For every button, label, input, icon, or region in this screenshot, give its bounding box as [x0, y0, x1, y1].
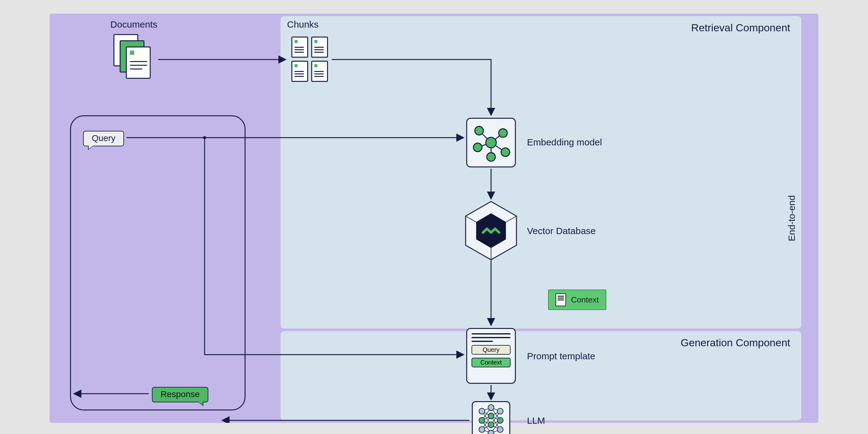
prompt-template-node: Query Context: [466, 328, 516, 384]
svg-point-5: [486, 137, 496, 148]
context-doc-icon: [556, 293, 566, 306]
response-bubble-label: Response: [161, 390, 199, 399]
embedding-model-node: [466, 118, 516, 167]
chunks-icon: [291, 37, 328, 82]
response-bubble: Response: [152, 387, 208, 402]
svg-point-45: [497, 427, 503, 432]
svg-point-6: [475, 126, 484, 135]
generation-panel-title: Generation Component: [681, 337, 790, 349]
svg-point-36: [479, 408, 485, 414]
llm-node: [472, 401, 510, 434]
documents-label: Documents: [111, 19, 157, 30]
embedding-graph-icon: [467, 119, 515, 166]
svg-point-38: [479, 427, 485, 432]
query-bubble-label: Query: [92, 133, 115, 143]
svg-point-7: [499, 129, 507, 137]
generation-panel: Generation Component: [281, 331, 801, 421]
retrieval-panel-title: Retrieval Component: [691, 22, 790, 34]
svg-point-9: [487, 153, 495, 161]
svg-point-39: [488, 405, 494, 410]
svg-point-43: [497, 408, 503, 414]
svg-point-8: [473, 143, 482, 152]
prompt-template-label: Prompt template: [527, 351, 595, 362]
svg-point-10: [501, 148, 509, 157]
chunks-label: Chunks: [287, 19, 319, 30]
svg-point-40: [488, 413, 494, 419]
prompt-template-query-chip: Query: [471, 345, 510, 354]
neural-net-icon: [473, 402, 509, 434]
retrieval-panel: Retrieval Component: [281, 16, 801, 329]
diagram-stage: Retrieval Component Generation Component…: [50, 13, 818, 423]
prompt-template-context-chip: Context: [471, 358, 510, 367]
svg-point-42: [488, 430, 494, 434]
llm-label: LLM: [527, 415, 545, 426]
query-bubble: Query: [83, 131, 124, 146]
context-badge: Context: [548, 289, 607, 310]
chat-frame: [70, 115, 246, 410]
context-badge-label: Context: [571, 295, 599, 305]
vector-db-label: Vector Database: [527, 226, 596, 236]
svg-point-44: [497, 417, 503, 424]
end-to-end-label: End-to-end: [786, 195, 797, 241]
embedding-model-label: Embedding model: [527, 137, 602, 148]
svg-point-41: [488, 422, 494, 428]
svg-point-37: [479, 417, 485, 424]
